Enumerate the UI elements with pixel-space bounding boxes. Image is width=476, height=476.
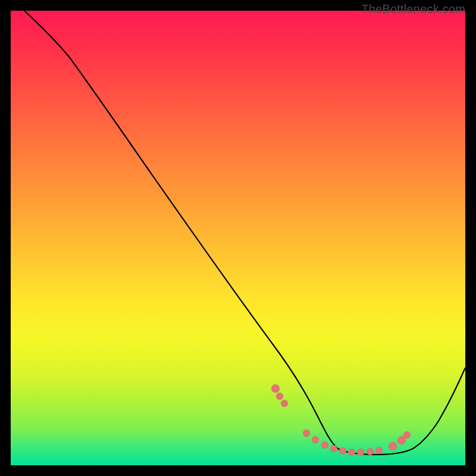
svg-point-4: [312, 436, 319, 443]
curve-path: [24, 11, 465, 455]
chart-frame: TheBottleneck.com: [0, 0, 476, 476]
svg-point-9: [357, 449, 364, 456]
svg-point-0: [271, 384, 280, 393]
svg-point-1: [276, 393, 283, 400]
svg-point-7: [339, 447, 346, 455]
svg-point-3: [303, 430, 310, 437]
svg-point-12: [389, 442, 397, 450]
svg-point-10: [367, 448, 374, 455]
svg-point-5: [321, 441, 328, 449]
svg-point-6: [330, 445, 337, 452]
plot-area: [11, 11, 465, 465]
bottleneck-curve: [11, 11, 465, 465]
svg-point-11: [375, 447, 383, 454]
svg-point-14: [403, 431, 411, 439]
svg-point-8: [348, 449, 355, 456]
trough-dots: [271, 384, 411, 456]
watermark-text: TheBottleneck.com: [361, 2, 465, 16]
svg-point-2: [281, 400, 288, 407]
